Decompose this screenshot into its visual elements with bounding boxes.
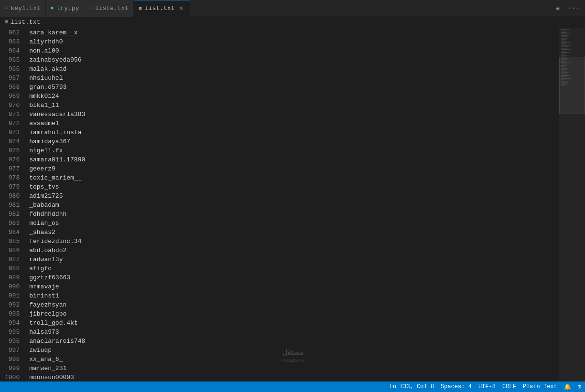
minimap[interactable]	[559, 28, 585, 381]
minimap-line	[561, 55, 567, 56]
code-line: _babadam	[29, 201, 552, 210]
line-number: 977	[5, 164, 20, 173]
line-number: 974	[5, 137, 20, 146]
minimap-line	[561, 29, 570, 30]
line-number: 972	[5, 119, 20, 128]
line-number: 985	[5, 237, 20, 246]
code-line: gran.d5793	[29, 83, 552, 92]
line-number: 998	[5, 355, 20, 364]
code-line: mrmavaje	[29, 282, 552, 291]
tab-list[interactable]: ≡ list.txt ×	[134, 0, 190, 17]
line-number: 988	[5, 264, 20, 273]
line-number: 992	[5, 300, 20, 309]
line-number: 994	[5, 318, 20, 328]
code-line: zwiuqp	[29, 346, 552, 355]
line-number: 989	[5, 273, 20, 282]
split-editor-icon[interactable]: ⊞	[553, 2, 561, 14]
code-line: halsa973	[29, 328, 552, 337]
code-line: nigell.fx	[29, 146, 552, 155]
tab-liste[interactable]: ≡ liste.txt	[84, 0, 134, 17]
status-encoding[interactable]: UTF-8	[478, 383, 496, 390]
minimap-line	[561, 41, 566, 42]
code-line: bika1_11	[29, 101, 552, 110]
line-number: 970	[5, 101, 20, 110]
minimap-viewport	[559, 57, 585, 114]
line-number: 984	[5, 228, 20, 237]
status-layout-icon[interactable]: ⊞	[578, 383, 581, 391]
code-content[interactable]: sara_karem__xaliyrhdh0non.al00zainabsyed…	[27, 28, 552, 381]
minimap-line	[561, 33, 570, 34]
line-number: 976	[5, 155, 20, 164]
breadcrumb: ≡ list.txt	[0, 17, 585, 28]
status-line-ending[interactable]: CRLF	[502, 383, 516, 390]
code-line: geeerz9	[29, 164, 552, 173]
code-line: _shaas2	[29, 228, 552, 237]
status-spaces[interactable]: Spaces: 4	[441, 383, 472, 390]
tab-label-liste: liste.txt	[95, 5, 129, 12]
minimap-line	[561, 45, 570, 46]
code-line: birinst1	[29, 291, 552, 300]
code-line: toxic_mariem__	[29, 173, 552, 182]
line-number: 965	[5, 55, 20, 64]
status-bell-icon[interactable]: 🔔	[564, 383, 571, 391]
minimap-line	[561, 46, 568, 47]
minimap-line	[561, 53, 566, 54]
code-line: samara011.17890	[29, 155, 552, 164]
line-number: 963	[5, 37, 20, 46]
minimap-line	[561, 39, 566, 40]
line-number: 982	[5, 210, 20, 219]
tab-icon-list: ≡	[139, 6, 142, 11]
line-number: 993	[5, 309, 20, 318]
minimap-line	[561, 42, 571, 43]
line-number: 997	[5, 346, 20, 355]
code-line: aliyrhdh0	[29, 37, 552, 46]
line-number: 973	[5, 128, 20, 137]
status-bar: Ln 733, Col 8 Spaces: 4 UTF-8 CRLF Plain…	[0, 381, 585, 392]
tab-key1[interactable]: ≡ key1.txt	[0, 0, 46, 17]
line-number: 979	[5, 182, 20, 191]
code-line: nhsiuuhel	[29, 74, 552, 83]
tab-bar: ≡ key1.txt ● try.py ≡ liste.txt ≡ list.t…	[0, 0, 585, 17]
code-line: vanessacarla383	[29, 110, 552, 119]
code-line: tops_tvs	[29, 182, 552, 191]
line-numbers: 9629639649659669679689699709719729739749…	[0, 28, 27, 381]
code-line: iamrahul.insta	[29, 128, 552, 137]
line-number: 981	[5, 201, 20, 210]
tab-label-key1: key1.txt	[11, 5, 41, 12]
scrollbar[interactable]	[552, 28, 559, 381]
line-number: 978	[5, 173, 20, 182]
minimap-line	[561, 35, 568, 36]
code-line: radwan13y	[29, 255, 552, 264]
code-line: anaclarareis748	[29, 337, 552, 346]
code-line: mmkk0124	[29, 92, 552, 101]
minimap-line	[561, 52, 570, 53]
code-line: moonsun00003	[29, 373, 552, 381]
code-line: feridezdinc.34	[29, 237, 552, 246]
code-line: malak.akad	[29, 64, 552, 74]
minimap-line	[561, 43, 566, 44]
code-line: fayezhsyan	[29, 300, 552, 309]
minimap-line	[561, 32, 566, 33]
breadcrumb-icon: ≡	[5, 19, 9, 26]
line-number: 1000	[5, 373, 20, 381]
line-number: 986	[5, 246, 20, 255]
code-line: afigfo	[29, 264, 552, 273]
code-line: adim21725	[29, 191, 552, 201]
code-line: hamidaya367	[29, 137, 552, 146]
line-number: 983	[5, 219, 20, 228]
line-number: 962	[5, 28, 20, 37]
status-language[interactable]: Plain Text	[523, 383, 557, 390]
minimap-line	[561, 38, 568, 39]
minimap-line	[561, 49, 571, 50]
status-right: Ln 733, Col 8 Spaces: 4 UTF-8 CRLF Plain…	[389, 383, 581, 391]
line-number: 975	[5, 146, 20, 155]
tab-try[interactable]: ● try.py	[46, 0, 84, 17]
line-number: 991	[5, 291, 20, 300]
line-number: 980	[5, 191, 20, 201]
more-actions-icon[interactable]: ···	[565, 2, 581, 14]
status-ln-col[interactable]: Ln 733, Col 8	[389, 383, 434, 390]
code-line: troll_god.4kt	[29, 318, 552, 328]
tab-label-try: try.py	[57, 5, 79, 12]
line-number: 967	[5, 74, 20, 83]
tab-close-list[interactable]: ×	[177, 5, 185, 12]
